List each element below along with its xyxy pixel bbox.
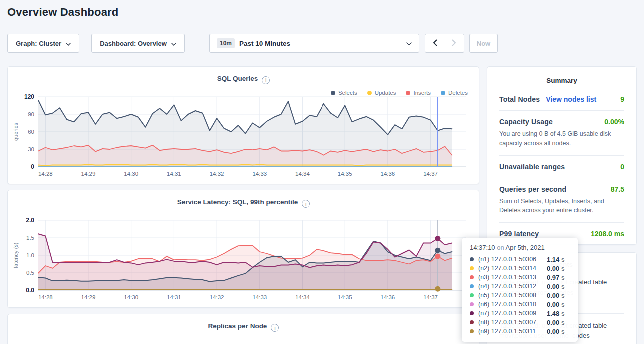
summary-rows: Total Nodes View nodes list 9 Capacity U… <box>499 88 624 245</box>
sql-queries-chart[interactable]: 14:2814:2914:3014:3114:3214:3314:3414:35… <box>11 94 479 180</box>
node-dot-icon <box>470 266 474 270</box>
tooltip-node-unit: s <box>559 319 564 326</box>
svg-text:1.5: 1.5 <box>26 235 34 241</box>
replicas-per-node-title: Replicas per Nodei <box>8 314 479 332</box>
summary-row-label: P99 latency <box>499 230 539 238</box>
svg-text:latency (s): latency (s) <box>13 243 19 268</box>
svg-text:14:29: 14:29 <box>81 294 96 300</box>
toolbar-divider <box>198 34 198 53</box>
svg-text:14:30: 14:30 <box>124 294 138 300</box>
summary-panel: Summary Total Nodes View nodes list 9 Ca… <box>487 66 637 245</box>
svg-text:queries: queries <box>13 122 19 141</box>
svg-text:1.0: 1.0 <box>26 252 34 258</box>
svg-text:2.0: 2.0 <box>26 217 34 224</box>
info-icon[interactable]: i <box>302 200 310 208</box>
dashboard-dropdown-label: Dashboard: Overview <box>100 40 167 47</box>
svg-text:0.5: 0.5 <box>26 270 34 276</box>
svg-text:14:34: 14:34 <box>295 294 310 300</box>
summary-row-label: Queries per second <box>499 185 566 193</box>
time-range-label: Past 10 Minutes <box>239 40 290 47</box>
chevron-left-icon <box>433 39 437 48</box>
tooltip-node-number: 0.00 <box>547 283 559 290</box>
tooltip-node-label: (n1) 127.0.0.1:50306 <box>478 256 536 263</box>
summary-row: Unavailable ranges 0 <box>499 155 624 178</box>
time-range-badge: 10m <box>217 38 235 48</box>
tooltip-node-value: 1.14 s <box>547 256 570 263</box>
svg-text:14:32: 14:32 <box>210 294 224 300</box>
svg-text:30: 30 <box>28 146 34 152</box>
time-range-dropdown[interactable]: 10m Past 10 Minutes <box>209 34 419 53</box>
svg-text:14:34: 14:34 <box>295 171 310 177</box>
summary-row-label: Unavailable ranges <box>499 163 565 171</box>
chart-title-text: SQL Queries <box>217 75 258 82</box>
svg-text:14:29: 14:29 <box>81 171 96 177</box>
summary-row: Total Nodes View nodes list 9 <box>499 88 624 110</box>
summary-row-main: Unavailable ranges 0 <box>499 163 624 171</box>
svg-text:0: 0 <box>31 163 34 170</box>
summary-row: Capacity Usage 0.00% You are using 0 B o… <box>499 110 624 155</box>
tooltip-node-unit: s <box>559 301 564 308</box>
tooltip-node-value: 0.00 s <box>547 283 570 290</box>
service-latency-title: Service Latency: SQL, 99th percentilei <box>8 190 479 208</box>
sql-queries-card: SQL Queriesi Selects Updates Inserts Del… <box>7 66 479 184</box>
tooltip-row: (n5) 127.0.0.1:50308 0.00 s <box>470 291 570 300</box>
tooltip-node-label: (n4) 127.0.0.1:50312 <box>478 283 536 290</box>
tooltip-row: (n1) 127.0.0.1:50306 1.14 s <box>470 255 570 264</box>
graph-dropdown[interactable]: Graph: Cluster <box>7 34 79 53</box>
summary-row-label: Total Nodes <box>499 95 540 103</box>
dashboard-dropdown[interactable]: Dashboard: Overview <box>91 34 185 53</box>
tooltip-node-value: 0.00 s <box>547 292 570 299</box>
tooltip-node-label: (n5) 127.0.0.1:50308 <box>478 292 536 299</box>
svg-text:90: 90 <box>28 111 34 117</box>
tooltip-node-unit: s <box>559 274 564 281</box>
node-dot-icon <box>470 311 474 315</box>
summary-row: Queries per second 87.5 Sum of Selects, … <box>499 178 624 223</box>
node-dot-icon <box>470 275 474 279</box>
summary-row-main: Total Nodes View nodes list 9 <box>499 95 624 103</box>
svg-text:14:32: 14:32 <box>210 171 224 177</box>
time-prev-button[interactable] <box>425 34 445 53</box>
svg-text:14:35: 14:35 <box>338 294 352 300</box>
tooltip-node-label: (n3) 127.0.0.1:50313 <box>478 274 536 281</box>
tooltip-node-label: (n8) 127.0.0.1:50307 <box>478 319 536 326</box>
tooltip-row: (n3) 127.0.0.1:50313 0.97 s <box>470 273 570 282</box>
svg-text:14:33: 14:33 <box>252 171 267 177</box>
time-next-button[interactable] <box>444 34 464 53</box>
tooltip-node-number: 0.00 <box>547 265 559 272</box>
tooltip-node-label: (n7) 127.0.0.1:50309 <box>478 310 536 317</box>
svg-text:120: 120 <box>24 94 34 100</box>
chevron-down-icon <box>66 40 71 47</box>
tooltip-node-unit: s <box>559 292 564 299</box>
tooltip-row: (n2) 127.0.0.1:50314 0.00 s <box>470 264 570 273</box>
info-icon[interactable]: i <box>271 324 279 332</box>
svg-text:14:37: 14:37 <box>423 294 438 300</box>
tooltip-node-number: 1.48 <box>547 310 559 317</box>
info-icon[interactable]: i <box>262 76 270 84</box>
svg-text:14:37: 14:37 <box>423 171 438 177</box>
tooltip-node-number: 0.97 <box>547 274 559 281</box>
tooltip-node-label: (n2) 127.0.0.1:50314 <box>478 265 536 272</box>
tooltip-node-value: 0.00 s <box>547 328 570 335</box>
summary-row-value: 0 <box>620 163 624 171</box>
tooltip-node-number: 0.00 <box>547 301 559 308</box>
tooltip-row: (n7) 127.0.0.1:50309 1.48 s <box>470 309 570 318</box>
tooltip-rows: (n1) 127.0.0.1:50306 1.14 s (n2) 127.0.0… <box>470 255 570 336</box>
summary-row-main: Queries per second 87.5 <box>499 185 624 193</box>
svg-text:14:36: 14:36 <box>380 171 395 177</box>
tooltip-row: (n9) 127.0.0.1:50311 0.00 s <box>470 327 570 336</box>
tooltip-timestamp: 14:37:10 on Apr 5th, 2021 <box>470 244 570 251</box>
node-dot-icon <box>470 329 474 333</box>
page-title: Overview Dashboard <box>7 6 118 19</box>
svg-text:14:28: 14:28 <box>38 171 53 177</box>
svg-text:60: 60 <box>28 129 34 135</box>
time-now-button[interactable]: Now <box>469 34 498 53</box>
summary-row-link[interactable]: View nodes list <box>546 95 596 103</box>
tooltip-node-unit: s <box>559 328 564 335</box>
tooltip-node-value: 1.48 s <box>547 310 570 317</box>
summary-row-subtext: You are using 0 B of 4.5 GiB usable disk… <box>499 129 624 148</box>
node-dot-icon <box>470 284 474 288</box>
svg-text:14:36: 14:36 <box>380 294 395 300</box>
summary-row-value: 0.00% <box>604 118 624 126</box>
node-dot-icon <box>470 320 474 324</box>
service-latency-chart[interactable]: 14:2814:2914:3014:3114:3214:3314:3414:35… <box>11 217 479 303</box>
